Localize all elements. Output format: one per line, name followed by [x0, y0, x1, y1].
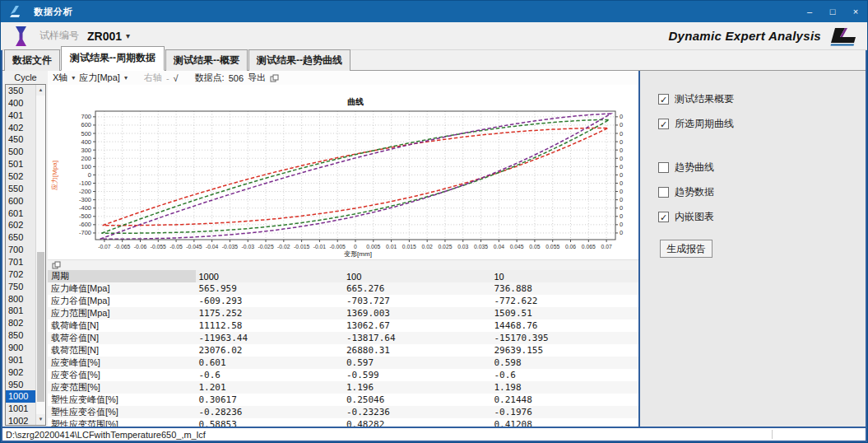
cycle-list-item[interactable]: 1001	[6, 403, 35, 415]
tab-data-file[interactable]: 数据文件	[4, 49, 60, 71]
row-label: 载荷范围[N]	[48, 344, 196, 357]
x-tick-label: -0.03	[241, 244, 254, 249]
x-axis-value-dropdown[interactable]: 应力[Mpa]	[79, 72, 120, 84]
x-axis-dropdown[interactable]: X轴	[53, 72, 67, 84]
cycle-list-item[interactable]: 450	[6, 133, 35, 146]
table-row: 塑性应变谷值[%]-0.28236-0.23236-0.1976	[48, 406, 638, 418]
cycle-list-item[interactable]: 800	[6, 293, 35, 305]
option-trend-data[interactable]: 趋势数据	[658, 185, 866, 199]
option-test-summary[interactable]: ✓测试结果概要	[658, 92, 866, 106]
cycle-list-item[interactable]: 601	[6, 208, 35, 220]
x-tick-label: 0.015	[402, 244, 416, 249]
cycle-list-item[interactable]: 350	[6, 85, 35, 97]
scrollbar-track[interactable]	[36, 96, 45, 414]
copy-icon[interactable]	[52, 261, 61, 269]
center-pane: X轴 ▾ 应力[Mpa] ▾ 右轴 - √ 数据点: 506 导出	[48, 71, 640, 427]
cycle-list-item[interactable]: 901	[6, 354, 35, 366]
cycle-list-item[interactable]: 401	[6, 110, 35, 122]
cycle-list-item[interactable]: 602	[6, 219, 35, 231]
row-label: 应变峰值[%]	[48, 357, 196, 369]
cycle-list-item[interactable]: 802	[6, 317, 35, 329]
table-row: 塑性应变范围[%]0.588530.482820.41208	[48, 418, 638, 427]
checkbox-trend-data[interactable]	[658, 187, 669, 198]
cycle-list-item[interactable]: 400	[6, 97, 35, 110]
checkbox-embedded-chart[interactable]: ✓	[658, 212, 669, 222]
cycle-list-item[interactable]: 1002	[6, 415, 35, 426]
row-value: 26880.31	[343, 344, 491, 357]
cycle-list-item[interactable]: 1000	[6, 390, 35, 403]
row-value: 1.198	[491, 381, 639, 394]
status-bar: D:\szrg20200414\LCFwithTemperature650_,m…	[2, 427, 866, 441]
scroll-down-icon[interactable]: ▼	[36, 414, 45, 425]
cycle-list-scrollbar[interactable]: ▲ ▼	[35, 85, 45, 425]
chart-title: 曲线	[347, 97, 364, 106]
option-trend-curve[interactable]: 趋势曲线	[658, 161, 866, 175]
tab-summary[interactable]: 测试结果--概要	[165, 49, 248, 71]
cycle-list-item[interactable]: 600	[6, 195, 35, 208]
cycle-list-item[interactable]: 950	[6, 379, 35, 391]
scroll-up-icon[interactable]: ▲	[36, 85, 45, 96]
row-value: 0.597	[343, 357, 491, 369]
chevron-down-icon[interactable]: ▾	[124, 74, 128, 82]
cycle-list-item[interactable]: 502	[6, 170, 35, 183]
row-value: 29639.155	[491, 344, 639, 357]
close-button[interactable]: ×	[844, 1, 867, 22]
checkbox-test-summary[interactable]: ✓	[658, 94, 669, 105]
cycle-list-item[interactable]: 902	[6, 366, 35, 379]
generate-report-button[interactable]: 生成报告	[660, 240, 713, 258]
y-tick-label: 100	[81, 163, 91, 170]
tab-trend-curve[interactable]: 测试结果--趋势曲线	[248, 49, 350, 71]
scrollbar-thumb[interactable]	[37, 252, 44, 402]
checkbox-label: 趋势数据	[675, 185, 714, 199]
checkbox-trend-curve[interactable]	[658, 162, 669, 173]
chart-region: 700060005000400030002000100000-1000-2000…	[48, 85, 638, 259]
cycle-list-item[interactable]: 501	[6, 158, 35, 170]
checkbox-label: 所选周期曲线	[675, 117, 734, 131]
cycle-list-item[interactable]: 650	[6, 231, 35, 244]
export-button[interactable]: 导出	[248, 72, 266, 84]
apply-check-button[interactable]: √	[174, 73, 179, 83]
y-tick-label: -200	[79, 188, 91, 195]
results-table-wrap: 周期100010010应力峰值[Mpa]565.959665.276736.88…	[48, 270, 638, 427]
cycle-list-item[interactable]: 700	[6, 244, 35, 256]
row-value: 0.601	[196, 357, 344, 369]
sample-number-value[interactable]: ZR001	[87, 30, 122, 43]
maximize-button[interactable]: □	[821, 1, 844, 22]
content: Cycle 3504004014024505005015025506006016…	[2, 71, 866, 427]
status-separator	[772, 430, 773, 439]
cycle-list-item[interactable]: 801	[6, 305, 35, 317]
row-value: -0.23236	[343, 406, 491, 418]
copy-icon[interactable]	[270, 74, 279, 82]
y-tick-label: -400	[79, 204, 91, 212]
minimize-button[interactable]: –	[798, 1, 821, 22]
cycle-list-item[interactable]: 850	[6, 329, 35, 342]
table-header-cycle: 10	[491, 270, 639, 282]
cycle-list-item[interactable]: 402	[6, 122, 35, 134]
y-tick-label: -100	[79, 180, 91, 187]
cycle-list-item[interactable]: 550	[6, 183, 35, 195]
chevron-down-icon[interactable]: ▾	[72, 74, 75, 82]
cycle-list-item[interactable]: 702	[6, 268, 35, 281]
title-bar: 数据分析 – □ ×	[1, 1, 867, 22]
row-value: 665.276	[343, 282, 491, 295]
checkbox-selected-cycle-curve[interactable]: ✓	[658, 119, 669, 129]
status-file-path: D:\szrg20200414\LCFwithTemperature650_,m…	[6, 430, 206, 440]
option-selected-cycle-curve[interactable]: ✓所选周期曲线	[658, 117, 866, 131]
cycle-list-item[interactable]: 750	[6, 281, 35, 293]
window-title: 数据分析	[34, 6, 73, 18]
options-list: ✓测试结果概要✓所选周期曲线趋势曲线趋势数据✓内嵌图表	[658, 92, 866, 224]
cycle-list-item[interactable]: 500	[6, 146, 35, 158]
row-value: 13062.67	[343, 319, 491, 332]
tab-cycle-data[interactable]: 测试结果--周期数据	[61, 46, 165, 71]
row-value: -13817.64	[343, 332, 491, 344]
row-value: 1.201	[196, 381, 344, 394]
row-value: -772.622	[491, 295, 639, 307]
table-header-cycle: 100	[343, 270, 491, 282]
sample-dropdown-caret-icon[interactable]: ▾	[126, 31, 130, 40]
cycle-list-item[interactable]: 701	[6, 256, 35, 268]
option-embedded-chart[interactable]: ✓内嵌图表	[658, 210, 866, 224]
cycle-list-item[interactable]: 900	[6, 342, 35, 354]
right-axis-value-dropdown[interactable]: -	[166, 73, 169, 83]
x-tick-label: 0	[354, 244, 357, 249]
right-axis-tick-label: 0	[620, 212, 623, 220]
